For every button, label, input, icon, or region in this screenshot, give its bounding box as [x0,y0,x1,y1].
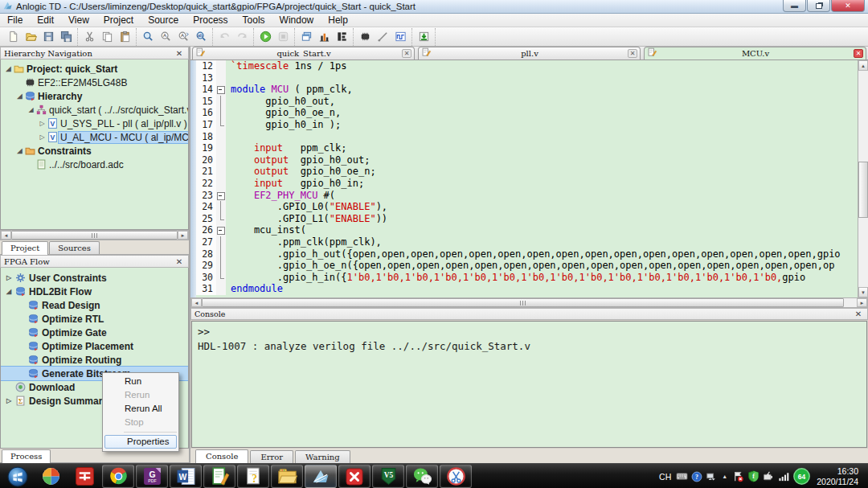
taskbar-start-orb[interactable] [2,465,33,488]
editor-vscrollbar[interactable]: ▲ ▼ [858,60,868,297]
tray-keyboard-icon[interactable] [676,470,688,482]
menu-edit[interactable]: Edit [30,14,61,26]
tray-battery-64-icon[interactable]: 64 [793,468,810,485]
fold-collapse-icon[interactable] [216,190,226,202]
menu-help[interactable]: Help [321,14,355,26]
tray-overflow-icon[interactable]: ▲ [720,474,729,479]
taskbar-youdao-app[interactable] [68,465,100,488]
code-line-17[interactable]: 17 gpio_h0_in ); [196,119,858,131]
editor-tab-quick_start-v[interactable]: quick_Start.v✕ [192,47,415,59]
code-line-16[interactable]: 16 gpio_h0_oe_n, [196,107,858,119]
expand-icon[interactable]: ▷ [4,397,14,404]
code-lines[interactable]: 12`timescale 1ns / 1ps1314module MCU ( p… [196,60,858,297]
tab-close-icon[interactable]: ✕ [628,49,637,58]
tab-project[interactable]: Project [2,241,48,255]
code-line-14[interactable]: 14module MCU ( ppm_clk, [196,84,858,96]
save-all-button[interactable] [57,28,75,46]
restore-button[interactable] [807,0,830,12]
scroll-right-icon[interactable]: ► [857,298,867,307]
tray-help-bubble-icon[interactable]: ? [691,471,702,482]
find-next-button[interactable]: A [174,28,192,46]
code-line-30[interactable]: 30 .gpio_h_in({1'b0,1'b0,1'b0,1'b0,1'b0,… [196,272,858,284]
code-line-23[interactable]: 23 EF2_PHY_MCU #( [196,190,858,202]
tab-warning[interactable]: Warning [295,450,350,463]
tray-shield-icon[interactable]: f [747,470,760,482]
find-in-files-button[interactable]: ab [192,28,210,46]
collapse-icon[interactable]: ◢ [27,106,35,113]
editor-hscrollbar[interactable]: ◄ ► [190,297,868,308]
console-panel-close-icon[interactable]: ✕ [853,310,864,318]
tab-close-icon[interactable]: ✕ [402,49,411,58]
menu-process[interactable]: Process [186,14,235,26]
expand-icon[interactable]: ▷ [38,120,47,127]
menu-view[interactable]: View [61,14,96,26]
hierarchy-hscrollbar[interactable]: ◄ ► [0,230,189,240]
tree-item-project[interactable]: ◢Project: quick_Start [1,62,188,76]
close-button[interactable]: ✕ [831,0,865,12]
tray-action-flag-icon[interactable] [732,470,744,482]
flow-item-optimize-gate[interactable]: Optimize Gate [1,326,188,339]
code-editor[interactable]: 12`timescale 1ns / 1ps1314module MCU ( p… [190,60,868,297]
tray-signal-bars-icon[interactable] [778,470,790,482]
code-line-12[interactable]: 12`timescale 1ns / 1ps [196,60,858,72]
wire-button[interactable] [374,28,391,46]
code-line-28[interactable]: 28 .gpio_h_out({open,open,open,open,open… [196,248,858,260]
taskbar-foxit-pdf[interactable]: GPDF [136,465,168,488]
tray-battery-plug-icon[interactable] [763,470,775,482]
collapse-icon[interactable]: ◢ [15,92,24,100]
cascade-windows-button[interactable] [297,28,315,46]
fpga-flow-panel-close-icon[interactable]: ✕ [174,257,185,266]
taskbar-word[interactable]: W [170,465,202,488]
taskbar-green-editor[interactable] [203,465,235,488]
editor-tab-pll-v[interactable]: pll.v✕ [418,47,641,59]
code-line-20[interactable]: 20 output gpio_h0_out; [196,154,858,166]
download-button[interactable] [415,28,432,46]
cut-button[interactable] [80,28,98,46]
tree-item-u_sys_pll[interactable]: ▷VU_SYS_PLL - pll ( al_ip/pll.v ) [1,117,188,130]
code-line-26[interactable]: 26 mcu_inst( [196,224,858,236]
code-line-27[interactable]: 27 .ppm_clk(ppm_clk), [196,236,858,248]
context-menu-properties[interactable]: Properties [104,435,177,449]
tree-item-....srcboard.adc[interactable]: ../../src/board.adc [1,158,188,171]
copy-button[interactable] [98,28,116,46]
new-file-button[interactable] [4,28,22,46]
taskbar-file-explorer[interactable] [271,465,303,488]
tree-item-u_al_mcu[interactable]: ▷VU_AL_MCU - MCU ( al_ip/MCU.v [1,130,188,144]
zoom-button[interactable] [139,28,157,46]
bar-chart-alt-button[interactable] [333,28,350,46]
menu-source[interactable]: Source [141,14,186,26]
tab-process[interactable]: Process [2,449,51,463]
language-indicator[interactable]: CH [657,472,673,482]
code-line-15[interactable]: 15 gpio_h0_out, [196,96,858,108]
collapse-icon[interactable]: ◢ [4,288,14,295]
save-button[interactable] [39,28,57,46]
minimize-button[interactable]: ▬ [783,0,806,12]
collapse-icon[interactable]: ◢ [15,147,24,154]
taskbar-v5-app[interactable]: V5 [372,465,404,488]
scroll-left-icon[interactable]: ◄ [191,298,202,307]
scroll-left-icon[interactable]: ◄ [1,231,11,240]
code-line-18[interactable]: 18 [196,131,858,143]
flow-item-hdl2bit-flow[interactable]: ◢HDL2Bit Flow [1,285,188,298]
scroll-right-icon[interactable]: ► [178,231,188,240]
scroll-up-icon[interactable]: ▲ [858,60,868,71]
flow-item-optimize-rtl[interactable]: Optimize RTL [1,312,188,326]
hierarchy-panel-close-icon[interactable]: ✕ [174,49,185,58]
chip-button[interactable] [356,28,374,46]
taskbar-wechat[interactable] [406,465,438,488]
tree-item-quick_start[interactable]: ◢quick_start ( ../../src/quick_Start.v ) [1,103,188,117]
code-line-13[interactable]: 13 [196,72,858,84]
code-line-29[interactable]: 29 .gpio_h_oe_n({open,open,open,open,ope… [196,260,858,272]
tab-sources[interactable]: Sources [49,241,100,254]
taskbar-help-doc[interactable]: ? [237,465,269,488]
code-line-25[interactable]: 25 .GPIO_L1("ENABLE")) [196,213,858,225]
waveform-button[interactable] [391,28,409,46]
code-line-22[interactable]: 22 input gpio_h0_in; [196,178,858,190]
run-button[interactable] [256,28,274,46]
taskbar-anlogic-td[interactable] [305,465,337,488]
expand-icon[interactable]: ▷ [38,133,47,141]
flow-item-user-constraints[interactable]: ▷User Constraints [1,271,188,285]
context-menu-rerun-all[interactable]: Rerun All [103,402,178,416]
paste-button[interactable] [116,28,133,46]
taskbar-snipping-tool[interactable] [440,465,472,488]
